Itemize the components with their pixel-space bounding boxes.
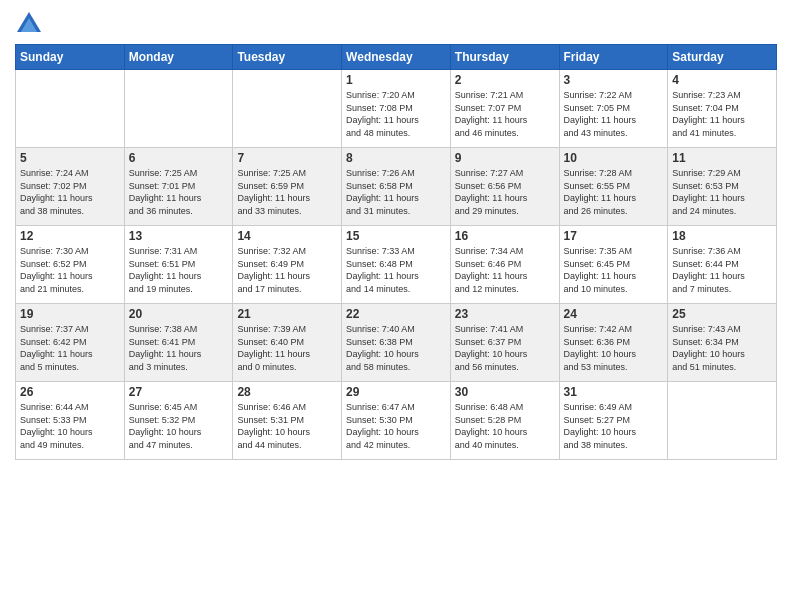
day-number: 27 [129, 385, 229, 399]
day-number: 6 [129, 151, 229, 165]
day-number: 4 [672, 73, 772, 87]
day-info: Sunrise: 7:42 AM Sunset: 6:36 PM Dayligh… [564, 323, 664, 373]
day-info: Sunrise: 7:30 AM Sunset: 6:52 PM Dayligh… [20, 245, 120, 295]
day-info: Sunrise: 7:21 AM Sunset: 7:07 PM Dayligh… [455, 89, 555, 139]
calendar-cell: 12Sunrise: 7:30 AM Sunset: 6:52 PM Dayli… [16, 226, 125, 304]
calendar-cell: 15Sunrise: 7:33 AM Sunset: 6:48 PM Dayli… [342, 226, 451, 304]
day-number: 5 [20, 151, 120, 165]
day-number: 28 [237, 385, 337, 399]
day-number: 10 [564, 151, 664, 165]
day-info: Sunrise: 7:31 AM Sunset: 6:51 PM Dayligh… [129, 245, 229, 295]
calendar-cell: 9Sunrise: 7:27 AM Sunset: 6:56 PM Daylig… [450, 148, 559, 226]
day-number: 25 [672, 307, 772, 321]
calendar-cell: 18Sunrise: 7:36 AM Sunset: 6:44 PM Dayli… [668, 226, 777, 304]
calendar-cell: 6Sunrise: 7:25 AM Sunset: 7:01 PM Daylig… [124, 148, 233, 226]
calendar-cell: 23Sunrise: 7:41 AM Sunset: 6:37 PM Dayli… [450, 304, 559, 382]
calendar-cell: 2Sunrise: 7:21 AM Sunset: 7:07 PM Daylig… [450, 70, 559, 148]
day-number: 23 [455, 307, 555, 321]
calendar-cell: 10Sunrise: 7:28 AM Sunset: 6:55 PM Dayli… [559, 148, 668, 226]
weekday-header-tuesday: Tuesday [233, 45, 342, 70]
calendar-cell: 1Sunrise: 7:20 AM Sunset: 7:08 PM Daylig… [342, 70, 451, 148]
calendar-cell [16, 70, 125, 148]
day-number: 11 [672, 151, 772, 165]
calendar-cell [668, 382, 777, 460]
day-info: Sunrise: 7:20 AM Sunset: 7:08 PM Dayligh… [346, 89, 446, 139]
calendar-cell: 26Sunrise: 6:44 AM Sunset: 5:33 PM Dayli… [16, 382, 125, 460]
calendar-cell: 3Sunrise: 7:22 AM Sunset: 7:05 PM Daylig… [559, 70, 668, 148]
day-number: 16 [455, 229, 555, 243]
day-info: Sunrise: 7:35 AM Sunset: 6:45 PM Dayligh… [564, 245, 664, 295]
day-info: Sunrise: 7:43 AM Sunset: 6:34 PM Dayligh… [672, 323, 772, 373]
day-info: Sunrise: 7:28 AM Sunset: 6:55 PM Dayligh… [564, 167, 664, 217]
weekday-header-sunday: Sunday [16, 45, 125, 70]
day-number: 30 [455, 385, 555, 399]
calendar-cell: 25Sunrise: 7:43 AM Sunset: 6:34 PM Dayli… [668, 304, 777, 382]
day-info: Sunrise: 7:41 AM Sunset: 6:37 PM Dayligh… [455, 323, 555, 373]
weekday-header-wednesday: Wednesday [342, 45, 451, 70]
calendar-cell: 20Sunrise: 7:38 AM Sunset: 6:41 PM Dayli… [124, 304, 233, 382]
day-info: Sunrise: 7:38 AM Sunset: 6:41 PM Dayligh… [129, 323, 229, 373]
day-info: Sunrise: 7:25 AM Sunset: 7:01 PM Dayligh… [129, 167, 229, 217]
day-info: Sunrise: 7:27 AM Sunset: 6:56 PM Dayligh… [455, 167, 555, 217]
calendar-cell: 21Sunrise: 7:39 AM Sunset: 6:40 PM Dayli… [233, 304, 342, 382]
calendar-cell: 8Sunrise: 7:26 AM Sunset: 6:58 PM Daylig… [342, 148, 451, 226]
day-number: 24 [564, 307, 664, 321]
day-number: 19 [20, 307, 120, 321]
calendar-cell [233, 70, 342, 148]
day-number: 26 [20, 385, 120, 399]
day-info: Sunrise: 7:37 AM Sunset: 6:42 PM Dayligh… [20, 323, 120, 373]
day-number: 29 [346, 385, 446, 399]
calendar-cell: 22Sunrise: 7:40 AM Sunset: 6:38 PM Dayli… [342, 304, 451, 382]
day-info: Sunrise: 6:49 AM Sunset: 5:27 PM Dayligh… [564, 401, 664, 451]
day-info: Sunrise: 7:33 AM Sunset: 6:48 PM Dayligh… [346, 245, 446, 295]
day-info: Sunrise: 7:34 AM Sunset: 6:46 PM Dayligh… [455, 245, 555, 295]
calendar-cell: 11Sunrise: 7:29 AM Sunset: 6:53 PM Dayli… [668, 148, 777, 226]
day-number: 18 [672, 229, 772, 243]
day-number: 13 [129, 229, 229, 243]
day-number: 7 [237, 151, 337, 165]
day-info: Sunrise: 6:48 AM Sunset: 5:28 PM Dayligh… [455, 401, 555, 451]
weekday-header-saturday: Saturday [668, 45, 777, 70]
calendar-cell: 29Sunrise: 6:47 AM Sunset: 5:30 PM Dayli… [342, 382, 451, 460]
day-info: Sunrise: 6:46 AM Sunset: 5:31 PM Dayligh… [237, 401, 337, 451]
calendar-cell: 30Sunrise: 6:48 AM Sunset: 5:28 PM Dayli… [450, 382, 559, 460]
week-row-4: 26Sunrise: 6:44 AM Sunset: 5:33 PM Dayli… [16, 382, 777, 460]
weekday-header-friday: Friday [559, 45, 668, 70]
day-number: 31 [564, 385, 664, 399]
calendar-cell: 28Sunrise: 6:46 AM Sunset: 5:31 PM Dayli… [233, 382, 342, 460]
day-number: 22 [346, 307, 446, 321]
day-info: Sunrise: 7:25 AM Sunset: 6:59 PM Dayligh… [237, 167, 337, 217]
week-row-1: 5Sunrise: 7:24 AM Sunset: 7:02 PM Daylig… [16, 148, 777, 226]
calendar-cell: 5Sunrise: 7:24 AM Sunset: 7:02 PM Daylig… [16, 148, 125, 226]
page: SundayMondayTuesdayWednesdayThursdayFrid… [0, 0, 792, 612]
calendar-cell: 31Sunrise: 6:49 AM Sunset: 5:27 PM Dayli… [559, 382, 668, 460]
weekday-header-monday: Monday [124, 45, 233, 70]
week-row-3: 19Sunrise: 7:37 AM Sunset: 6:42 PM Dayli… [16, 304, 777, 382]
day-info: Sunrise: 7:23 AM Sunset: 7:04 PM Dayligh… [672, 89, 772, 139]
logo-icon [15, 10, 43, 38]
day-number: 15 [346, 229, 446, 243]
calendar-cell: 16Sunrise: 7:34 AM Sunset: 6:46 PM Dayli… [450, 226, 559, 304]
day-number: 3 [564, 73, 664, 87]
week-row-2: 12Sunrise: 7:30 AM Sunset: 6:52 PM Dayli… [16, 226, 777, 304]
day-number: 9 [455, 151, 555, 165]
day-number: 21 [237, 307, 337, 321]
day-info: Sunrise: 7:24 AM Sunset: 7:02 PM Dayligh… [20, 167, 120, 217]
calendar-cell: 13Sunrise: 7:31 AM Sunset: 6:51 PM Dayli… [124, 226, 233, 304]
day-info: Sunrise: 6:44 AM Sunset: 5:33 PM Dayligh… [20, 401, 120, 451]
day-info: Sunrise: 6:47 AM Sunset: 5:30 PM Dayligh… [346, 401, 446, 451]
day-info: Sunrise: 7:40 AM Sunset: 6:38 PM Dayligh… [346, 323, 446, 373]
calendar-cell: 7Sunrise: 7:25 AM Sunset: 6:59 PM Daylig… [233, 148, 342, 226]
calendar: SundayMondayTuesdayWednesdayThursdayFrid… [15, 44, 777, 460]
day-info: Sunrise: 6:45 AM Sunset: 5:32 PM Dayligh… [129, 401, 229, 451]
day-info: Sunrise: 7:36 AM Sunset: 6:44 PM Dayligh… [672, 245, 772, 295]
day-info: Sunrise: 7:32 AM Sunset: 6:49 PM Dayligh… [237, 245, 337, 295]
day-number: 1 [346, 73, 446, 87]
day-number: 20 [129, 307, 229, 321]
calendar-cell: 4Sunrise: 7:23 AM Sunset: 7:04 PM Daylig… [668, 70, 777, 148]
calendar-cell: 27Sunrise: 6:45 AM Sunset: 5:32 PM Dayli… [124, 382, 233, 460]
day-number: 8 [346, 151, 446, 165]
day-number: 12 [20, 229, 120, 243]
weekday-header-thursday: Thursday [450, 45, 559, 70]
calendar-cell: 24Sunrise: 7:42 AM Sunset: 6:36 PM Dayli… [559, 304, 668, 382]
